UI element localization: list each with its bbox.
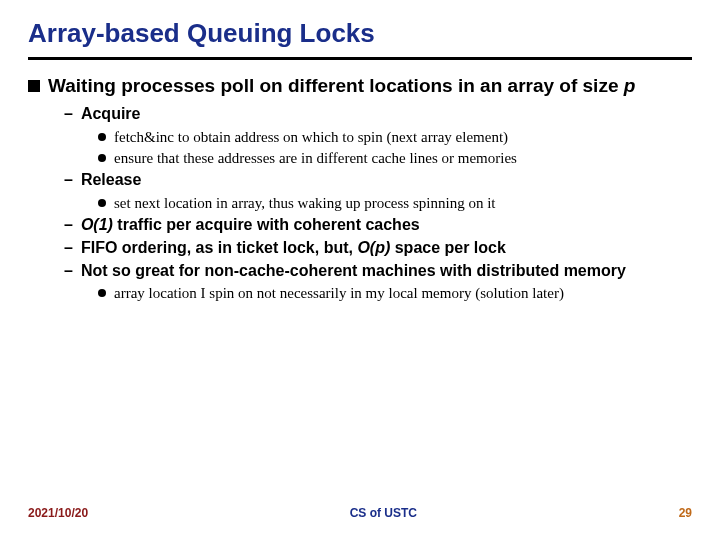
footer-date: 2021/10/20 [28,506,88,520]
dash-icon: – [64,170,73,191]
o1-item: – O(1) traffic per acquire with coherent… [64,215,692,236]
disc-bullet-icon [98,199,106,207]
fifo-prefix: FIFO ordering, as in ticket lock, but, [81,239,357,256]
fifo-suffix: space per lock [390,239,506,256]
square-bullet-icon [28,80,40,92]
title-rule [28,57,692,60]
footer-center: CS of USTC [88,506,679,520]
ncc-sub1-text: array location I spin on not necessarily… [114,283,564,303]
release-label: Release [81,170,142,191]
slide-title: Array-based Queuing Locks [28,18,692,49]
acquire-sub1-text: fetch&inc to obtain address on which to … [114,127,508,147]
main-prefix: Waiting processes poll on different loca… [48,75,624,96]
acquire-label: Acquire [81,104,141,125]
disc-bullet-icon [98,289,106,297]
acquire-sub1: fetch&inc to obtain address on which to … [98,127,692,147]
acquire-sub2: ensure that these addresses are in diffe… [98,148,692,168]
acquire-item: – Acquire [64,104,692,125]
disc-bullet-icon [98,154,106,162]
ncc-sub1: array location I spin on not necessarily… [98,283,692,303]
fifo-item: – FIFO ordering, as in ticket lock, but,… [64,238,692,259]
main-var-p: p [624,75,636,96]
ncc-item: – Not so great for non-cache-coherent ma… [64,261,692,282]
disc-bullet-icon [98,133,106,141]
dash-icon: – [64,215,73,236]
main-bullet: Waiting processes poll on different loca… [28,74,692,98]
main-bullet-text: Waiting processes poll on different loca… [48,74,635,98]
release-item: – Release [64,170,692,191]
footer-page-number: 29 [679,506,692,520]
release-sub1: set next location in array, thus waking … [98,193,692,213]
o1-suffix: traffic per acquire with coherent caches [113,216,420,233]
o1-var: O(1) [81,216,113,233]
dash-icon: – [64,104,73,125]
release-sub1-text: set next location in array, thus waking … [114,193,495,213]
dash-icon: – [64,261,73,282]
acquire-sub2-text: ensure that these addresses are in diffe… [114,148,517,168]
ncc-text: Not so great for non-cache-coherent mach… [81,261,626,282]
footer: 2021/10/20 CS of USTC 29 [28,506,692,520]
op-var: O(p) [357,239,390,256]
o1-text: O(1) traffic per acquire with coherent c… [81,215,420,236]
dash-icon: – [64,238,73,259]
fifo-text: FIFO ordering, as in ticket lock, but, O… [81,238,506,259]
